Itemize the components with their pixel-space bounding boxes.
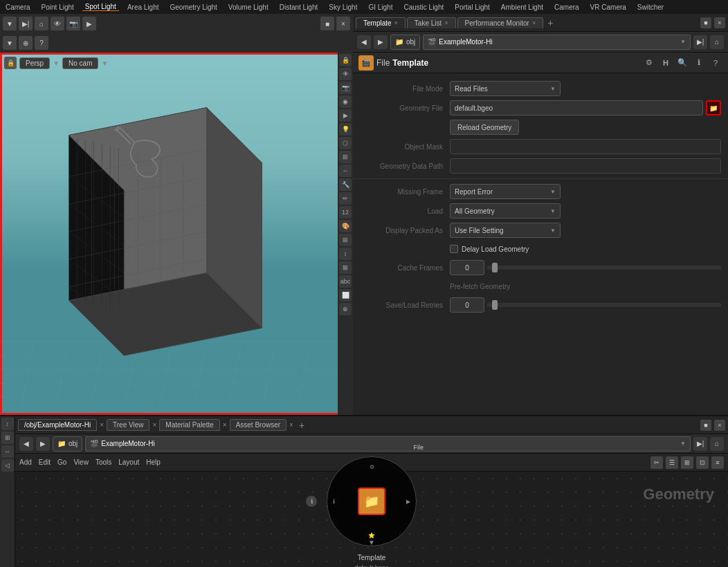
menu-layout[interactable]: Layout	[118, 458, 139, 466]
ne-tool-1[interactable]: ✂	[650, 456, 663, 469]
sidebar-lock-icon[interactable]: 🔒	[339, 54, 352, 66]
toolbar-dropdown[interactable]: ▼	[3, 17, 17, 30]
nav-path-input[interactable]: 🎬 ExampleMotor-Hi ▼	[423, 35, 691, 50]
ne-nav-home[interactable]: ⌂	[710, 437, 724, 451]
tab-template[interactable]: Template ×	[356, 17, 406, 28]
menu-vr-camera[interactable]: VR Camera	[588, 3, 629, 11]
display-packed-dropdown[interactable]: Use File Setting ▼	[450, 223, 561, 238]
header-help-icon[interactable]: ?	[709, 56, 722, 70]
toolbar-view[interactable]: 👁	[51, 17, 64, 30]
menu-distant-light[interactable]: Distant Light	[277, 3, 321, 11]
sidebar-camera-icon[interactable]: 📷	[339, 82, 352, 94]
menu-tools[interactable]: Tools	[95, 458, 111, 466]
reload-geometry-button[interactable]: Reload Geometry	[450, 120, 519, 135]
toolbar-pin[interactable]: ▶|	[19, 17, 33, 30]
sidebar-location-icon[interactable]: ⊕	[339, 303, 352, 315]
menu-area-light[interactable]: Area Light	[125, 3, 162, 11]
toolbar-render[interactable]: ▶	[82, 17, 96, 30]
bottom-sidebar-icon-1[interactable]: ↕	[1, 418, 14, 430]
save-load-slider[interactable]	[487, 303, 721, 307]
object-mask-input[interactable]	[450, 139, 721, 154]
lock-icon[interactable]: 🔒	[4, 57, 17, 69]
ne-ctrl-square[interactable]: ■	[700, 420, 711, 431]
sidebar-grid-icon[interactable]: ⊞	[339, 234, 352, 246]
tab-take-list-close[interactable]: ×	[444, 19, 448, 26]
geometry-file-input[interactable]: default.bgeo	[450, 100, 703, 115]
toolbar-home[interactable]: ⌂	[35, 17, 48, 30]
menu-point-light[interactable]: Point Light	[39, 3, 77, 11]
delay-load-checkbox-label[interactable]: Delay Load Geometry	[450, 245, 529, 253]
ne-tab-add[interactable]: +	[296, 420, 307, 431]
geometry-data-path-input[interactable]	[450, 158, 721, 174]
menu-camera[interactable]: Camera	[3, 3, 33, 11]
toolbar-select[interactable]: ▼	[3, 36, 17, 50]
browse-button[interactable]: 📁	[706, 100, 721, 115]
header-h-icon[interactable]: H	[659, 56, 673, 70]
sidebar-frame-icon[interactable]: ⬜	[339, 289, 352, 301]
menu-geometry-light[interactable]: Geometry Light	[167, 3, 219, 11]
menu-view[interactable]: View	[73, 458, 89, 466]
nav-obj-label[interactable]: 📁 obj	[390, 35, 420, 50]
sidebar-pencil-icon[interactable]: ✏	[339, 192, 352, 205]
toolbar-help[interactable]: ?	[35, 36, 48, 50]
ne-nav-forward[interactable]: ▶	[36, 437, 50, 451]
bottom-sidebar-icon-2[interactable]: ⊞	[1, 431, 14, 444]
toolbar-square[interactable]: ■	[320, 17, 334, 30]
toolbar-close[interactable]: ×	[336, 17, 350, 30]
nav-home[interactable]: ⌂	[710, 35, 724, 49]
menu-gi-light[interactable]: GI Light	[365, 3, 395, 11]
pie-center-icon[interactable]: 📁	[358, 487, 385, 515]
menu-portal-light[interactable]: Portal Light	[452, 3, 493, 11]
tab-template-close[interactable]: ×	[394, 19, 398, 26]
bottom-sidebar-icon-3[interactable]: ↔	[1, 445, 14, 458]
ne-tab-path[interactable]: /obj/ExampleMotor-Hi	[18, 419, 97, 431]
ne-nav-obj[interactable]: 📁 obj	[53, 436, 82, 452]
sidebar-display-icon[interactable]: ◉	[339, 95, 352, 108]
menu-volume-light[interactable]: Volume Light	[226, 3, 271, 11]
menu-camera2[interactable]: Camera	[552, 3, 582, 11]
ne-nav-path[interactable]: 🎬 ExampleMotor-Hi ▼	[85, 436, 691, 452]
sidebar-fit-icon[interactable]: ⊠	[339, 261, 352, 274]
tab-ctrl-close[interactable]: ×	[714, 17, 725, 28]
save-load-input[interactable]: 0	[450, 297, 484, 313]
menu-spot-light[interactable]: Spot Light	[82, 3, 119, 11]
tab-ctrl-square[interactable]: ■	[700, 17, 711, 28]
menu-edit[interactable]: Edit	[39, 458, 51, 466]
toolbar-camera[interactable]: 📷	[66, 17, 80, 30]
cache-frames-slider[interactable]	[487, 266, 721, 270]
header-gear-icon[interactable]: ⚙	[642, 56, 656, 70]
ne-nav-back[interactable]: ◀	[19, 437, 33, 451]
ne-ctrl-close[interactable]: ×	[714, 420, 725, 431]
delay-load-checkbox[interactable]	[450, 245, 458, 253]
nav-back[interactable]: ◀	[357, 35, 371, 49]
ne-tool-3[interactable]: ⊞	[681, 456, 693, 469]
save-load-thumb[interactable]	[492, 300, 498, 310]
no-cam-button[interactable]: No cam	[62, 57, 98, 69]
ne-tool-2[interactable]: ☰	[666, 456, 678, 469]
menu-help[interactable]: Help	[146, 458, 161, 466]
sidebar-arrow-icon[interactable]: ↕	[339, 248, 352, 260]
load-dropdown[interactable]: All Geometry ▼	[450, 203, 561, 219]
sidebar-render-icon[interactable]: ▶	[339, 109, 352, 122]
nav-pin[interactable]: ▶|	[693, 35, 707, 49]
ne-tool-4[interactable]: ⊡	[696, 456, 709, 469]
missing-frame-dropdown[interactable]: Report Error ▼	[450, 184, 561, 199]
ne-tab-tree-view[interactable]: Tree View	[107, 419, 149, 431]
file-mode-dropdown[interactable]: Read Files ▼	[450, 81, 561, 96]
tab-add-button[interactable]: +	[545, 17, 556, 28]
menu-add[interactable]: Add	[19, 458, 32, 466]
ne-nav-pin[interactable]: ▶|	[693, 437, 707, 451]
sidebar-light-icon[interactable]: 💡	[339, 123, 352, 136]
menu-sky-light[interactable]: Sky Light	[326, 3, 360, 11]
sidebar-obj-icon[interactable]: ⬡	[339, 137, 352, 149]
pie-info-icon[interactable]: ℹ	[306, 496, 317, 507]
tab-take-list[interactable]: Take List ×	[407, 17, 456, 28]
tab-performance-monitor[interactable]: Performance Monitor ×	[457, 17, 544, 28]
bottom-sidebar-icon-4[interactable]: ◁	[1, 459, 14, 472]
header-info-icon[interactable]: ℹ	[692, 56, 706, 70]
menu-ambient-light[interactable]: Ambient Light	[498, 3, 546, 11]
menu-switcher[interactable]: Switcher	[635, 3, 666, 11]
menu-caustic-light[interactable]: Caustic Light	[401, 3, 446, 11]
menu-go[interactable]: Go	[57, 458, 66, 466]
header-search-icon[interactable]: 🔍	[675, 56, 689, 70]
